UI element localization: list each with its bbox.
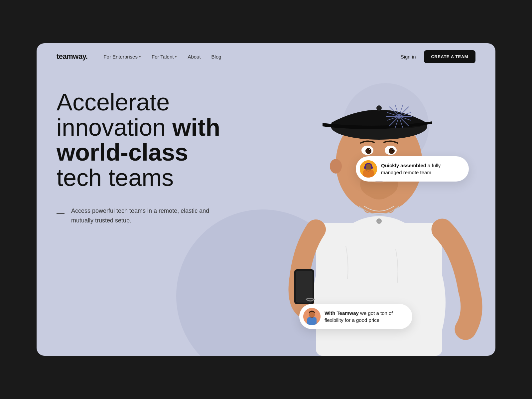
nav-item-talent[interactable]: For Talent ▾	[152, 54, 177, 60]
svg-rect-9	[316, 223, 442, 356]
avatar-1	[360, 160, 377, 178]
svg-point-27	[376, 105, 382, 111]
nav-label: About	[188, 54, 200, 60]
chevron-down-icon: ▾	[139, 55, 141, 59]
hero-subtitle: Access powerful tech teams in a remote, …	[71, 206, 229, 225]
nav-item-about[interactable]: About	[188, 54, 200, 60]
svg-rect-30	[363, 170, 374, 178]
tooltip-1-text: Quickly assembled a fully managed remote…	[381, 162, 462, 176]
nav-item-blog[interactable]: Blog	[211, 54, 221, 60]
avatar-2	[303, 308, 321, 325]
tooltip-2-bold: With Teamway	[325, 310, 359, 316]
svg-point-13	[330, 159, 342, 174]
nav-label: Blog	[211, 54, 221, 60]
nav-label: For Talent	[152, 54, 174, 60]
tooltip-card-teamway: With Teamway we got a ton of flexibility…	[299, 304, 412, 329]
svg-rect-25	[296, 271, 313, 303]
navbar: teamway. For Enterprises ▾ For Talent ▾ …	[37, 43, 495, 70]
subtitle-dash: —	[57, 207, 65, 219]
hero-title: Accelerateinnovation withworld-classtech…	[57, 90, 229, 190]
svg-rect-31	[364, 166, 366, 169]
tooltip-2-text: With Teamway we got a ton of flexibility…	[325, 310, 406, 324]
hero-title-text: Accelerateinnovation withworld-classtech…	[57, 89, 220, 191]
tooltip-card-assembled: Quickly assembled a fully managed remote…	[356, 156, 469, 182]
svg-point-20	[389, 148, 395, 154]
svg-rect-32	[371, 166, 373, 169]
chevron-down-icon: ▾	[175, 55, 177, 59]
logo[interactable]: teamway.	[57, 52, 87, 61]
browser-frame: teamway. For Enterprises ▾ For Talent ▾ …	[37, 43, 495, 356]
create-team-button[interactable]: CREATE A TEAM	[424, 50, 475, 63]
svg-rect-35	[307, 317, 317, 325]
sign-in-button[interactable]: Sign in	[401, 54, 416, 60]
svg-point-22	[393, 149, 394, 150]
nav-label: For Enterprises	[103, 54, 138, 60]
tooltip-1-bold: Quickly assembled	[381, 163, 426, 168]
nav-actions: Sign in CREATE A TEAM	[401, 50, 475, 63]
nav-item-enterprises[interactable]: For Enterprises ▾	[103, 54, 141, 60]
hero-content: Accelerateinnovation withworld-classtech…	[57, 90, 229, 225]
svg-point-18	[369, 149, 370, 150]
nav-links: For Enterprises ▾ For Talent ▾ About Blo…	[103, 54, 400, 60]
svg-point-16	[365, 148, 371, 154]
hero-subtitle-block: — Access powerful tech teams in a remote…	[57, 206, 229, 225]
hero-section: Accelerateinnovation withworld-classtech…	[37, 70, 495, 356]
star-decoration	[386, 103, 412, 131]
